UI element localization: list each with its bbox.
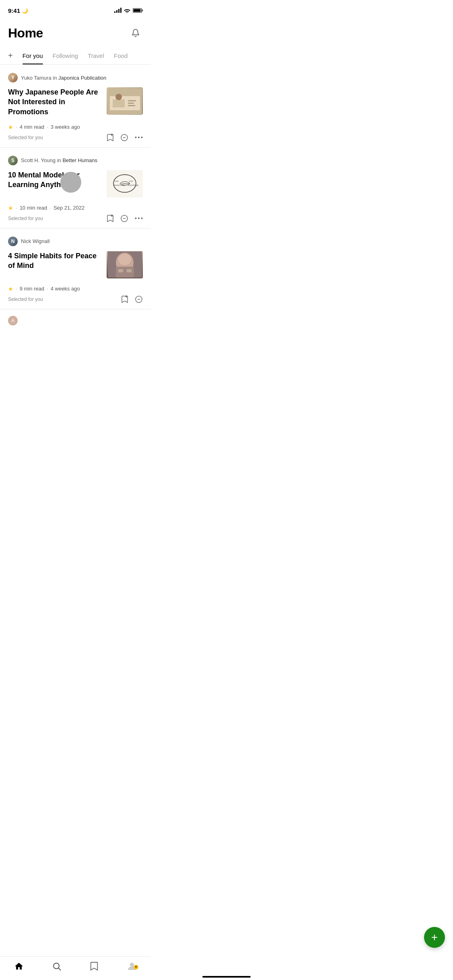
svg-rect-5 [113,99,125,107]
page-header: Home [0,18,151,47]
read-time: 4 min read [20,124,44,130]
status-bar: 9:41 🌙 [0,0,151,18]
notifications-button[interactable] [128,26,143,41]
svg-point-16 [141,137,143,138]
svg-point-28 [135,218,137,219]
article-card: Y Yuko Tamura in Japonica Publication Wh… [0,65,151,148]
page-title: Home [8,26,43,41]
moon-icon: 🌙 [22,8,28,14]
wifi-icon [124,8,130,13]
time-ago: 3 weeks ago [51,124,80,130]
time-ago: Sep 21, 2022 [54,205,84,211]
avatar: S [8,156,18,165]
article-thumbnail: you knowledge you knowledge memory [107,170,143,198]
bookmark-button[interactable] [107,214,114,222]
tab-travel[interactable]: Travel [88,47,104,64]
svg-point-29 [138,218,140,219]
bookmark-button[interactable] [121,295,128,303]
article-meta: Y Yuko Tamura in Japonica Publication [8,73,143,82]
svg-rect-1 [142,10,143,12]
signal-icon [114,8,121,13]
star-icon: ★ [8,286,13,292]
star-icon: ★ [8,205,13,211]
svg-rect-36 [127,269,132,272]
article-thumbnail [107,251,143,278]
svg-rect-2 [134,9,141,12]
svg-text:you: you [114,179,119,183]
star-icon: ★ [8,124,13,130]
svg-point-33 [118,254,131,265]
read-time: 9 min read [20,286,44,292]
bookmark-button[interactable] [107,134,114,142]
status-time: 9:41 🌙 [8,7,28,14]
hide-button[interactable] [120,134,128,142]
read-time: 10 min read [20,205,47,211]
hide-button[interactable] [120,214,128,222]
status-icons [114,8,143,13]
battery-icon [133,8,143,13]
article-footer: ★ · 10 min read · Sep 21, 2022 [8,202,143,214]
author-name: Scott H. Young in Better Humans [21,157,97,163]
article-title[interactable]: 4 Simple Habits for Peace of Mind [8,251,102,271]
more-options-button[interactable] [135,136,143,138]
article-thumbnail [107,87,143,115]
selected-label: Selected for you [8,216,43,221]
svg-point-6 [115,94,122,100]
gray-circle-overlay [60,172,81,193]
article-body: 10 Mental Models for Learning Anything y… [8,170,143,198]
selected-label: Selected for you [8,296,43,302]
more-options-button[interactable] [135,217,143,219]
avatar: A [8,316,18,325]
tab-for-you[interactable]: For you [23,47,43,64]
tab-food[interactable]: Food [114,47,128,64]
svg-point-30 [141,218,143,219]
svg-rect-9 [128,105,135,106]
author-name: Yuko Tamura in Japonica Publication [21,75,106,81]
partial-article: A [0,309,151,358]
article-footer: ★ · 9 min read · 4 weeks ago [8,282,143,295]
article-meta: N Nick Wignall [8,237,143,246]
time-ago: 4 weeks ago [51,286,80,292]
svg-rect-8 [128,103,134,104]
hide-button[interactable] [135,295,143,303]
svg-point-15 [138,137,140,138]
author-name: Nick Wignall [21,238,50,244]
article-body: 4 Simple Habits for Peace of Mind [8,251,143,278]
svg-point-14 [135,137,137,138]
avatar: N [8,237,18,246]
article-title[interactable]: Why Japanese People Are Not Interested i… [8,87,102,117]
article-card: N Nick Wignall 4 Simple Habits for Peace… [0,229,151,309]
add-topic-button[interactable]: + [8,47,13,64]
article-footer: ★ · 4 min read · 3 weeks ago [8,121,143,134]
svg-rect-35 [118,269,123,272]
avatar: Y [8,73,18,82]
article-meta: S Scott H. Young in Better Humans [8,156,143,165]
selected-label: Selected for you [8,135,43,140]
time-display: 9:41 [8,7,20,14]
article-title[interactable]: 10 Mental Models for Learning Anything [8,170,102,190]
svg-text:memory: memory [122,182,130,185]
tab-following[interactable]: Following [53,47,78,64]
article-body: Why Japanese People Are Not Interested i… [8,87,143,117]
tab-bar: + For you Following Travel Food [0,47,151,65]
svg-rect-7 [128,100,136,101]
article-card: S Scott H. Young in Better Humans 10 Men… [0,148,151,229]
